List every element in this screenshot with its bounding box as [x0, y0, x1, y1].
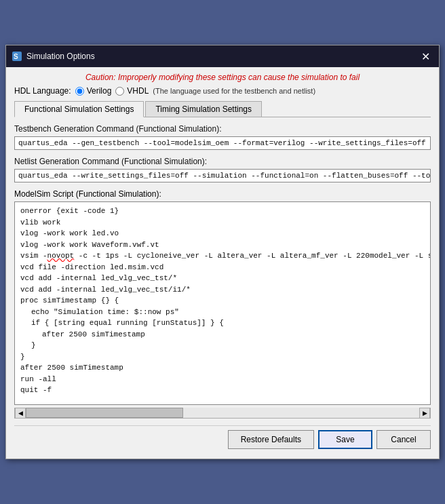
modelsim-script-area[interactable]: onerror {exit -code 1} vlib work vlog -w… — [14, 201, 431, 405]
script-line: vlib work — [20, 217, 425, 229]
script-line: vcd file -direction led.msim.vcd — [20, 262, 425, 273]
simulation-options-dialog: S Simulation Options ✕ Caution: Improper… — [5, 45, 440, 459]
script-line: onerror {exit -code 1} — [20, 206, 425, 217]
scroll-left-button[interactable]: ◀ — [15, 408, 26, 419]
save-button[interactable]: Save — [318, 430, 372, 449]
hdl-label: HDL Language: — [14, 86, 71, 96]
modelsim-label: ModelSim Script (Functional Simulation): — [14, 189, 431, 199]
script-line: vcd add -internal led_vlg_vec_tst/i1/* — [20, 284, 425, 296]
tab-timing[interactable]: Timing Simulation Settings — [145, 101, 262, 117]
cancel-button[interactable]: Cancel — [376, 430, 431, 449]
vhdl-option[interactable]: VHDL — [115, 86, 149, 96]
dialog-body: Caution: Improperly modifying these sett… — [6, 67, 439, 459]
script-line: if { [string equal running [runStatus]] … — [20, 317, 425, 329]
verilog-radio[interactable] — [75, 87, 84, 96]
script-line: quit -f — [20, 385, 425, 396]
scroll-track[interactable] — [26, 408, 419, 418]
scroll-right-button[interactable]: ▶ — [419, 408, 430, 419]
script-line: } — [20, 351, 425, 363]
script-line: vlog -work work led.vo — [20, 228, 425, 239]
verilog-option[interactable]: Verilog — [75, 86, 112, 96]
close-button[interactable]: ✕ — [417, 50, 433, 63]
script-line-novopt: vsim -novopt -c -t 1ps -L cycloneive_ver… — [20, 250, 425, 262]
script-line: after 2500 simTimestamp — [20, 329, 425, 341]
vhdl-label: VHDL — [127, 86, 149, 96]
caution-message: Caution: Improperly modifying these sett… — [14, 73, 431, 82]
dialog-title: Simulation Options — [26, 52, 417, 61]
tab-functional[interactable]: Functional Simulation Settings — [14, 101, 144, 117]
restore-defaults-button[interactable]: Restore Defaults — [228, 430, 314, 449]
script-line: vcd add -internal led_vlg_vec_tst/* — [20, 273, 425, 284]
app-icon: S — [12, 51, 22, 62]
script-line: echo "Simulation time: $::now ps" — [20, 307, 425, 318]
verilog-label: Verilog — [87, 86, 112, 96]
script-line: proc simTimestamp {} { — [20, 295, 425, 307]
testbench-command-field[interactable]: quartus_eda --gen_testbench --tool=model… — [14, 136, 431, 150]
hdl-hint: (The language used for the testbench and… — [153, 87, 315, 95]
script-line: vlog -work work Waveform.vwf.vt — [20, 239, 425, 251]
netlist-label: Netlist Generation Command (Functional S… — [14, 157, 431, 166]
svg-text:S: S — [14, 53, 18, 60]
testbench-label: Testbench Generation Command (Functional… — [14, 124, 431, 134]
scroll-thumb[interactable] — [26, 408, 183, 418]
script-scrollbar[interactable]: ◀ ▶ — [14, 408, 431, 419]
script-line: run -all — [20, 374, 425, 385]
title-bar: S Simulation Options ✕ — [6, 45, 439, 67]
script-line: } — [20, 340, 425, 351]
netlist-command-field[interactable]: quartus_eda --write_settings_files=off -… — [14, 169, 431, 182]
script-line: after 2500 simTimestamp — [20, 362, 425, 374]
footer: Restore Defaults Save Cancel — [14, 425, 431, 452]
tab-bar: Functional Simulation Settings Timing Si… — [14, 101, 431, 117]
hdl-language-row: HDL Language: Verilog VHDL (The language… — [14, 86, 431, 96]
vhdl-radio[interactable] — [115, 87, 124, 96]
